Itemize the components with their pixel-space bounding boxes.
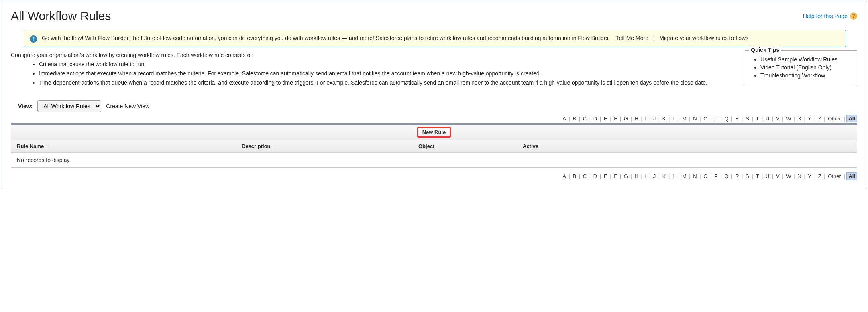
alpha-all[interactable]: All [846, 172, 857, 180]
alpha-letter-T[interactable]: T [754, 173, 760, 179]
alpha-all[interactable]: All [846, 115, 857, 122]
intro-bullets: Criteria that cause the workflow rule to… [39, 61, 730, 87]
alpha-sep: | [618, 173, 623, 179]
alpha-letter-V[interactable]: V [775, 115, 781, 122]
banner-main-text: Go with the flow! With Flow Builder, the… [42, 35, 610, 41]
alpha-letter-E[interactable]: E [603, 115, 609, 122]
alpha-sep: | [609, 173, 613, 179]
help-icon: ? [850, 12, 857, 20]
alpha-letter-B[interactable]: B [572, 115, 578, 122]
alpha-sep: | [770, 115, 775, 122]
alpha-letter-S[interactable]: S [744, 173, 750, 179]
alpha-letter-K[interactable]: K [661, 115, 667, 122]
alpha-letter-M[interactable]: M [681, 115, 688, 122]
alpha-letter-Q[interactable]: Q [723, 173, 729, 179]
banner-text: Go with the flow! With Flow Builder, the… [42, 34, 748, 43]
alpha-letter-Y[interactable]: Y [807, 115, 813, 122]
alpha-letter-V[interactable]: V [775, 173, 781, 179]
alpha-sep: | [629, 115, 634, 122]
col-active[interactable]: Active [517, 140, 857, 152]
quick-tip-link-sample[interactable]: Useful Sample Workflow Rules [760, 56, 837, 63]
alpha-letter-U[interactable]: U [764, 173, 770, 179]
view-label: View: [18, 103, 33, 109]
alpha-letter-O[interactable]: O [702, 115, 709, 122]
quick-tip-link-video[interactable]: Video Tutorial (English Only) [760, 64, 831, 71]
alpha-sep: | [640, 173, 644, 179]
alpha-letter-K[interactable]: K [661, 173, 667, 179]
banner-tell-me-more-link[interactable]: Tell Me More [616, 35, 648, 41]
alpha-letter-I[interactable]: I [644, 115, 648, 122]
col-rule-name[interactable]: Rule Name ↑ [11, 140, 236, 152]
alpha-letter-T[interactable]: T [754, 115, 760, 122]
alpha-letter-G[interactable]: G [623, 115, 629, 122]
create-new-view-link[interactable]: Create New View [106, 103, 149, 109]
help-link[interactable]: Help for this Page ? [803, 12, 857, 20]
alpha-sep: | [577, 173, 582, 179]
alpha-letter-L[interactable]: L [671, 173, 676, 179]
intro-bullet: Immediate actions that execute when a re… [39, 70, 730, 77]
alpha-letter-M[interactable]: M [681, 173, 688, 179]
alpha-letter-H[interactable]: H [633, 173, 639, 179]
alpha-letter-F[interactable]: F [613, 115, 618, 122]
alpha-letter-R[interactable]: R [734, 115, 740, 122]
alpha-letter-I[interactable]: I [644, 173, 648, 179]
alpha-letter-C[interactable]: C [582, 115, 588, 122]
alpha-letter-O[interactable]: O [702, 173, 709, 179]
intro-lead: Configure your organization's workflow b… [11, 52, 730, 58]
alpha-letter-W[interactable]: W [785, 115, 792, 122]
alpha-letter-N[interactable]: N [692, 173, 698, 179]
alpha-letter-B[interactable]: B [572, 173, 578, 179]
quick-tip-link-troubleshoot[interactable]: Troubleshooting Workflow [760, 72, 825, 79]
alpha-letter-X[interactable]: X [797, 173, 803, 179]
alpha-sep: | [688, 173, 692, 179]
alpha-sep: | [709, 173, 713, 179]
col-description[interactable]: Description [236, 140, 413, 152]
alpha-other[interactable]: Other [827, 173, 842, 179]
alpha-letter-A[interactable]: A [561, 115, 567, 122]
alpha-letter-F[interactable]: F [613, 173, 618, 179]
alpha-letter-J[interactable]: J [652, 115, 657, 122]
alpha-sep: | [598, 173, 603, 179]
alpha-letter-W[interactable]: W [785, 173, 792, 179]
alpha-sep: | [657, 115, 661, 122]
alpha-letter-E[interactable]: E [603, 173, 609, 179]
alpha-letter-N[interactable]: N [692, 115, 698, 122]
alpha-sep: | [730, 173, 734, 179]
alpha-sep: | [676, 173, 681, 179]
alpha-sep: | [598, 115, 603, 122]
alpha-sep: | [618, 115, 623, 122]
alpha-sep: | [823, 173, 827, 179]
alpha-letter-A[interactable]: A [561, 173, 567, 179]
alpha-letter-Z[interactable]: Z [817, 115, 823, 122]
view-select[interactable]: All Workflow Rules [37, 100, 101, 112]
alpha-letter-D[interactable]: D [592, 173, 598, 179]
alpha-letter-D[interactable]: D [592, 115, 598, 122]
alpha-letter-S[interactable]: S [744, 115, 750, 122]
alpha-letter-Q[interactable]: Q [723, 115, 729, 122]
alpha-letter-H[interactable]: H [633, 115, 639, 122]
alpha-sep: | [781, 115, 785, 122]
col-rule-name-label: Rule Name [17, 143, 44, 149]
alpha-letter-L[interactable]: L [671, 115, 676, 122]
alpha-letter-X[interactable]: X [797, 115, 803, 122]
alpha-sep: | [823, 115, 827, 122]
alpha-letter-J[interactable]: J [652, 173, 657, 179]
col-object[interactable]: Object [413, 140, 517, 152]
alpha-sep: | [750, 173, 755, 179]
alpha-sep: | [781, 173, 785, 179]
alpha-sep: | [698, 115, 703, 122]
alpha-other[interactable]: Other [827, 115, 842, 122]
intro-bullet: Time-dependent actions that queue when a… [39, 79, 730, 87]
alpha-letter-U[interactable]: U [764, 115, 770, 122]
alpha-letter-P[interactable]: P [713, 115, 719, 122]
alpha-letter-G[interactable]: G [623, 173, 629, 179]
alpha-letter-P[interactable]: P [713, 173, 719, 179]
alpha-letter-C[interactable]: C [582, 173, 588, 179]
banner-migrate-link[interactable]: Migrate your workflow rules to flows [659, 35, 748, 41]
alpha-sep: | [588, 115, 592, 122]
alpha-letter-Y[interactable]: Y [807, 173, 813, 179]
new-rule-button[interactable]: New Rule [417, 127, 451, 138]
alpha-letter-Z[interactable]: Z [817, 173, 823, 179]
alpha-letter-R[interactable]: R [734, 173, 740, 179]
alpha-sep: | [640, 115, 644, 122]
